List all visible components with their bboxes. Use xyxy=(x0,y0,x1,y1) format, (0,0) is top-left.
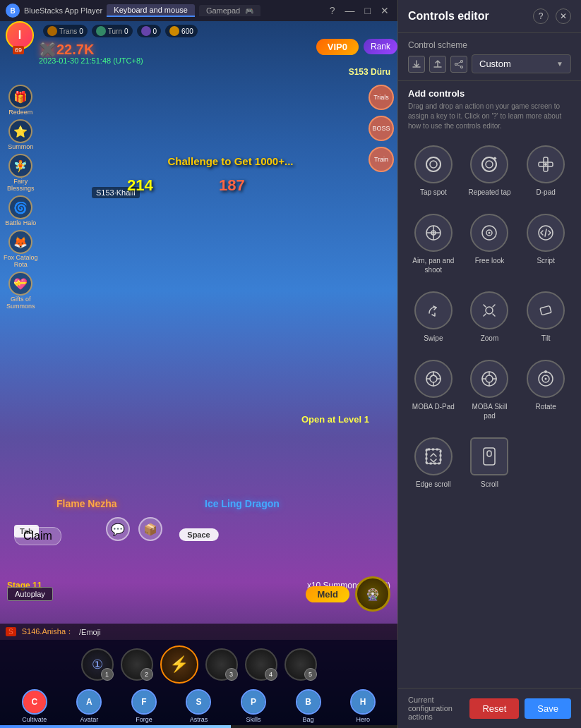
skill-1[interactable]: ① 1 xyxy=(81,648,114,681)
progress-fill xyxy=(0,725,231,728)
svg-point-21 xyxy=(486,307,493,314)
cultivate-label: Cultivate xyxy=(22,716,47,723)
level-badge: 69 xyxy=(13,46,24,54)
controls-grid: Tap spot Repeated tap xyxy=(408,140,571,495)
skill-key-2: 2 xyxy=(140,668,153,681)
app-name: BlueStacks App Player xyxy=(24,6,102,15)
skill-main[interactable]: ⚡ xyxy=(160,645,198,684)
nav-skills[interactable]: P Skills xyxy=(241,689,266,723)
control-aim-pan-shoot[interactable]: Aim, pan and shoot xyxy=(408,208,459,280)
footer-buttons: Reset Save xyxy=(469,698,571,719)
space-key[interactable]: Space xyxy=(179,528,218,541)
mail-icon[interactable]: 📦 xyxy=(138,517,162,541)
progress-bar xyxy=(0,725,397,728)
panel-title: Controls editor xyxy=(408,10,489,23)
control-repeated-tap[interactable]: Repeated tap xyxy=(465,140,515,202)
chat-badge: S xyxy=(6,627,16,636)
battle-numbers: 214 xyxy=(127,176,153,195)
skill-5[interactable]: 5 xyxy=(284,648,317,681)
export-icon[interactable] xyxy=(429,56,446,73)
tab-keyboard[interactable]: Keyboard and mouse xyxy=(107,4,195,17)
nav-fairy-blessings[interactable]: 🧚 FairyBlessings xyxy=(4,154,38,192)
panel-header-icons: ? ✕ xyxy=(533,8,571,24)
nav-battle-halo[interactable]: 🌀 Battle Halo xyxy=(4,195,38,226)
help-icon-btn[interactable]: ? xyxy=(533,8,549,24)
gold-icon xyxy=(169,26,179,36)
train-button[interactable]: Train xyxy=(369,147,394,172)
control-swipe[interactable]: Swipe xyxy=(408,286,459,348)
skill-4[interactable]: 4 xyxy=(245,648,277,681)
claim-button[interactable]: Claim xyxy=(14,527,61,545)
wheel-button[interactable]: 🎡 xyxy=(355,576,390,612)
zoom-label: Zoom xyxy=(481,334,499,343)
flame-label: Flame Nezha xyxy=(56,498,117,509)
nav-hero[interactable]: H Hero xyxy=(350,689,376,723)
svg-point-30 xyxy=(544,370,547,373)
skill-key-5: 5 xyxy=(304,668,317,681)
avatar[interactable]: I xyxy=(6,21,34,49)
minimize-button[interactable]: — xyxy=(342,5,358,16)
cultivate-icon: C xyxy=(22,689,47,715)
close-button[interactable]: ✕ xyxy=(378,5,392,16)
tab-gamepad[interactable]: Gamepad 🎮 xyxy=(199,5,260,16)
nav-forge[interactable]: F Forge xyxy=(131,689,157,723)
skill-key-3: 3 xyxy=(225,668,238,681)
tap-spot-icon xyxy=(414,145,453,183)
nav-summon[interactable]: ⭐ Summon xyxy=(4,119,38,150)
vip-button[interactable]: VIP0 xyxy=(316,39,359,55)
chat-bar: S S146.Anisha： /Emoji xyxy=(0,624,397,640)
chat-icon[interactable]: 💬 xyxy=(106,517,130,541)
control-moba-skill-pad[interactable]: MOBA Skill pad xyxy=(465,354,515,426)
skill-2[interactable]: 2 xyxy=(121,648,153,681)
hero-icon: H xyxy=(350,689,376,715)
control-scroll[interactable]: Scroll xyxy=(465,432,515,495)
meld-button[interactable]: Meld xyxy=(306,586,349,602)
svg-point-5 xyxy=(426,157,441,171)
app-logo: B xyxy=(6,4,20,18)
scheme-dropdown[interactable]: Custom ▼ xyxy=(472,54,571,73)
control-moba-d-pad[interactable]: MOBA D-Pad xyxy=(408,354,459,426)
control-tap-spot[interactable]: Tap spot xyxy=(408,140,459,202)
trials-button[interactable]: Trials xyxy=(369,85,394,110)
scheme-label: Control scheme xyxy=(408,40,571,50)
challenge-message: Challenge to Get 1000+... xyxy=(92,155,369,168)
nav-avatar[interactable]: A Avatar xyxy=(76,689,102,723)
trans-icon xyxy=(47,26,57,36)
control-rotate[interactable]: Rotate xyxy=(520,354,571,426)
script-label: Script xyxy=(537,256,555,265)
nav-astras[interactable]: S Astras xyxy=(186,689,211,723)
control-edge-scroll[interactable]: Edge scroll xyxy=(408,432,459,495)
reset-button[interactable]: Reset xyxy=(469,698,519,719)
nav-fox-catalog[interactable]: 🦊 Fox CatalogRota xyxy=(4,230,38,268)
control-tilt[interactable]: Tilt xyxy=(520,286,571,348)
fairy-icon: 🧚 xyxy=(8,154,32,178)
autoplay-button[interactable]: Autoplay xyxy=(7,587,53,601)
share-icon[interactable] xyxy=(450,56,467,73)
import-icon[interactable] xyxy=(408,56,425,73)
svg-point-6 xyxy=(430,161,437,168)
astras-icon: S xyxy=(186,689,211,715)
forge-icon: F xyxy=(131,689,157,715)
control-free-look[interactable]: Free look xyxy=(465,208,515,280)
save-button[interactable]: Save xyxy=(525,698,571,719)
control-d-pad[interactable]: D-pad xyxy=(520,140,571,202)
nav-cultivate[interactable]: C Cultivate xyxy=(22,689,47,723)
skill-3[interactable]: 3 xyxy=(205,648,238,681)
chat-icons: 💬 📦 xyxy=(106,517,162,541)
side-buttons: Trials BOSS Train xyxy=(369,85,394,172)
nav-redeem[interactable]: 🎁 Redeem xyxy=(4,85,38,116)
footer-label: Current configuration actions xyxy=(408,696,464,721)
restore-button[interactable]: □ xyxy=(362,5,373,16)
chat-text: /Emoji xyxy=(79,628,101,636)
nav-bag[interactable]: B Bag xyxy=(296,689,321,723)
astras-label: Astras xyxy=(190,716,208,723)
boss-button[interactable]: BOSS xyxy=(369,116,394,141)
nav-gifts[interactable]: 💝 Gifts ofSummons xyxy=(4,272,38,310)
close-panel-btn[interactable]: ✕ xyxy=(556,8,571,24)
control-script[interactable]: Script xyxy=(520,208,571,280)
control-zoom[interactable]: Zoom xyxy=(465,286,515,348)
gold-resource: 600 xyxy=(165,25,198,37)
help-button[interactable]: ? xyxy=(327,5,338,16)
turn-icon xyxy=(96,26,106,36)
rank-button[interactable]: Rank xyxy=(364,39,397,54)
